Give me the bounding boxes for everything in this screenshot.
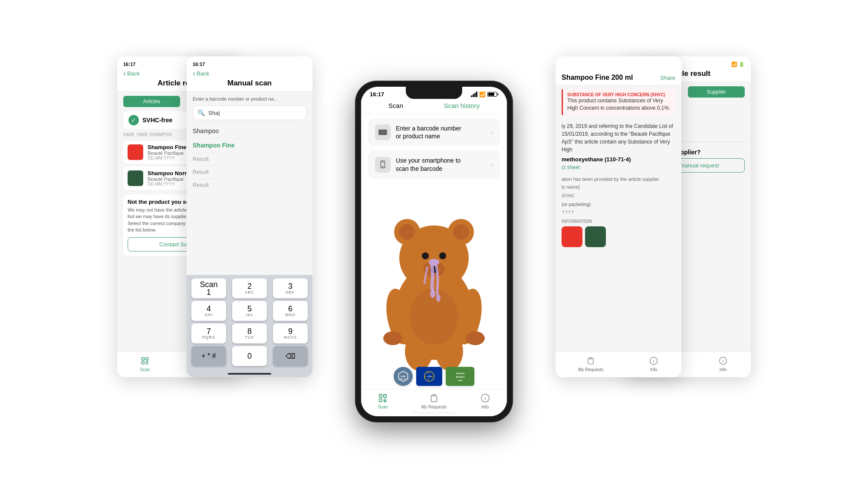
- key-9[interactable]: 9 WXYZ: [273, 323, 308, 343]
- svg-text:Bundes: Bundes: [456, 376, 464, 378]
- nav-scan-label-far-left: Scan: [140, 367, 150, 372]
- svg-rect-8: [380, 130, 381, 135]
- warning-text: This product contains Substances of Very…: [567, 97, 671, 112]
- svg-point-16: [382, 166, 383, 167]
- result-3[interactable]: Result: [193, 180, 306, 189]
- key-0[interactable]: 0: [232, 346, 267, 366]
- key-3[interactable]: 3 DEF: [273, 278, 308, 298]
- key-8[interactable]: 8 TUV: [232, 323, 267, 343]
- nav-info-far-right[interactable]: Info: [718, 356, 728, 372]
- key-special[interactable]: + * #: [191, 346, 226, 366]
- chevron-right-barcode: ›: [490, 128, 493, 137]
- card-mid-right: Shampoo Fine 200 ml Share SUBSTANCE OF V…: [556, 56, 681, 377]
- share-link[interactable]: Share: [660, 75, 675, 81]
- battery-icon: [487, 92, 498, 97]
- card-title-mid-left: Manual scan: [193, 79, 306, 88]
- thumb-dark: [585, 226, 606, 247]
- search-icon-small: 🔍: [197, 109, 205, 116]
- svg-point-23: [453, 224, 469, 240]
- wifi-icon: 📶: [479, 91, 486, 98]
- product-detail-title: Shampoo Fine 200 ml: [562, 74, 633, 82]
- result-1[interactable]: Result: [193, 154, 306, 163]
- center-scan-nav-label: Scan: [378, 405, 388, 409]
- svg-point-36: [430, 290, 435, 298]
- tab-scan-history[interactable]: Scan history: [444, 102, 480, 109]
- card-mid-left: 16:17 Back Manual scan Enter a barcode n…: [187, 56, 312, 377]
- key-7[interactable]: 7 PQRS: [191, 323, 226, 343]
- result-2[interactable]: Result: [193, 167, 306, 176]
- bear-svg: [369, 182, 499, 377]
- svg-rect-62: [590, 358, 592, 359]
- nav-info-mid-right[interactable]: Info: [648, 356, 659, 372]
- back-button-mid-left[interactable]: Back: [193, 69, 306, 77]
- scan-option-barcode[interactable]: Enter a barcode number or product name ›: [368, 118, 500, 146]
- nav-requests-label-mid-right: My Requests: [578, 367, 603, 372]
- key-2[interactable]: 2 ABC: [232, 278, 267, 298]
- center-phone: 16:17 📶: [356, 82, 512, 421]
- chevron-right-smartphone: ›: [490, 160, 493, 169]
- center-info-icon: [480, 393, 490, 403]
- product-thumb-2: [128, 170, 143, 186]
- tab-scan[interactable]: Scan: [388, 102, 403, 109]
- svg-rect-9: [381, 130, 381, 135]
- search-box[interactable]: 🔍 Sha|: [193, 105, 306, 120]
- nav-info-label-far-right: Info: [720, 367, 727, 372]
- svg-rect-0: [141, 358, 144, 360]
- info-section-label: INFORMATION: [562, 219, 675, 224]
- thumb-red: [562, 226, 582, 247]
- phone-notch: [406, 87, 462, 99]
- svg-rect-54: [379, 399, 382, 402]
- key-5[interactable]: 5 JKL: [232, 301, 267, 321]
- nav-center-requests[interactable]: My Requests: [421, 393, 447, 409]
- svg-text:effe: effe: [427, 375, 431, 378]
- svg-point-24: [422, 252, 429, 259]
- tab-supplier-far-right[interactable]: Supplier: [688, 86, 745, 98]
- nav-requests-mid-right[interactable]: My Requests: [578, 356, 603, 372]
- svg-text:REACH: REACH: [400, 378, 407, 380]
- key-4[interactable]: 4 GHI: [191, 301, 226, 321]
- svg-text:amt: amt: [458, 379, 462, 382]
- suggestion-shampoo-fine[interactable]: Shampoo Fine: [193, 140, 306, 150]
- badges-row: FOR REACH ★ ★ ★ ★: [361, 367, 507, 386]
- svg-rect-10: [382, 130, 382, 135]
- svg-rect-53: [384, 395, 386, 397]
- svg-point-22: [399, 224, 415, 240]
- nav-scan-far-left[interactable]: Scan: [140, 356, 150, 372]
- warning-box: SUBSTANCE OF VERY HIGH CONCERN (SHVC) Th…: [562, 89, 675, 115]
- key-6[interactable]: 6 MNO: [273, 301, 308, 321]
- signal-icon: [471, 91, 477, 97]
- svg-rect-58: [433, 395, 435, 396]
- fact-sheet-link[interactable]: ct sheet: [562, 163, 675, 171]
- info-icon-far-right: [718, 356, 728, 366]
- product-thumb-1: [128, 144, 143, 160]
- center-bottom-nav: Scan My Requests: [361, 389, 507, 416]
- nav-center-scan[interactable]: Scan: [378, 393, 388, 409]
- svg-rect-11: [383, 130, 384, 135]
- svg-point-37: [436, 295, 441, 302]
- svhc-label: SVHC-free: [142, 117, 172, 124]
- badge-eu: ★ ★ ★ ★ effe: [416, 367, 442, 386]
- key-delete[interactable]: ⌫: [273, 346, 308, 366]
- nav-center-info[interactable]: Info: [480, 393, 490, 409]
- main-scene: 16:17 Back Article result Articles Suppl…: [130, 35, 738, 468]
- phone-frame: 16:17 📶: [356, 82, 512, 421]
- center-requests-icon: [429, 393, 439, 403]
- svg-rect-14: [386, 130, 387, 135]
- scan-icon: [140, 356, 150, 366]
- suggestion-shampoo[interactable]: Shampoo: [193, 126, 306, 136]
- packaging-label: (or packeting): [556, 201, 681, 208]
- center-requests-nav-label: My Requests: [421, 405, 447, 409]
- info-icon-mid-right: [648, 356, 659, 366]
- svg-point-33: [466, 331, 485, 345]
- tab-articles-far-left[interactable]: Articles: [123, 96, 180, 107]
- detail-text-1: ly 29, 2019 and referring to the Candida…: [562, 122, 675, 154]
- svg-point-32: [383, 331, 402, 345]
- search-input[interactable]: Sha|: [208, 110, 220, 116]
- smartphone-scan-icon: [375, 157, 391, 173]
- check-icon: ✓: [128, 115, 139, 125]
- svg-rect-12: [384, 130, 385, 135]
- svg-text:Umwelt: Umwelt: [456, 372, 464, 375]
- svg-text:FOR: FOR: [401, 375, 405, 378]
- center-scan-icon: [378, 393, 388, 403]
- key-1[interactable]: Scan 1: [191, 278, 226, 298]
